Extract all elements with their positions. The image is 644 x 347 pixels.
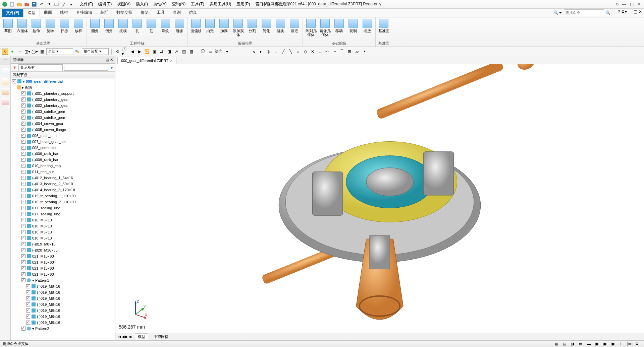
box-select-icon[interactable]: ◫▾	[24, 49, 30, 55]
checkbox-icon[interactable]	[21, 266, 25, 270]
tree-row[interactable]: (-)019_M8×16	[11, 241, 115, 247]
refresh-icon[interactable]: ⟲	[114, 49, 120, 55]
nav-last-icon[interactable]: ⏭	[128, 335, 132, 339]
tree-row[interactable]: ▾ Pattern2	[11, 326, 115, 332]
tree-row[interactable]: (-)009_rack_bar	[11, 151, 115, 157]
history-icon[interactable]: 🕐▾	[122, 49, 128, 55]
remove-icon[interactable]: −	[17, 49, 23, 55]
help-icon[interactable]: ?	[618, 9, 620, 14]
ribbon-button[interactable]: 拉伸	[30, 18, 42, 40]
checkbox-icon[interactable]	[21, 103, 25, 108]
text-icon[interactable]: ▭	[207, 49, 213, 55]
sync-icon[interactable]: ⟲	[614, 2, 620, 7]
ribbon-restore-icon[interactable]: ▢	[634, 9, 637, 14]
tree-row[interactable]: (-)019_M8×16	[11, 314, 115, 320]
checkbox-icon[interactable]	[21, 182, 25, 186]
ribbon-button[interactable]: 扫掠	[58, 18, 70, 40]
nav-first-icon[interactable]: ⏮	[117, 335, 121, 339]
snap-tan-icon[interactable]: ⊥	[317, 49, 323, 55]
checkbox-icon[interactable]	[26, 308, 30, 313]
tree-row[interactable]: ▾ Pattern1	[11, 277, 115, 283]
ribbon-button[interactable]: 加厚	[218, 18, 230, 40]
ribbon-button[interactable]: 缩放	[361, 18, 373, 40]
ribbon-button[interactable]: 草图	[2, 18, 14, 40]
tree-row[interactable]: (-)019_M8×16	[11, 289, 115, 295]
filter-icon[interactable]: 🔻	[12, 65, 17, 70]
funnel-icon[interactable]: ▼	[110, 65, 114, 70]
tree-row[interactable]: 021_M16×60	[11, 265, 115, 271]
nav-prev-icon[interactable]: ◀	[122, 335, 124, 339]
checkbox-icon[interactable]	[21, 128, 25, 132]
new-icon[interactable]	[9, 2, 15, 7]
menu-item[interactable]: 属性(A)	[151, 1, 169, 8]
ribbon-button[interactable]: 六面体	[16, 18, 28, 40]
tree-row[interactable]: (-)005_crown_flange	[11, 127, 115, 133]
checkbox-icon[interactable]	[21, 158, 25, 162]
line-icon[interactable]: ╱	[61, 2, 66, 7]
swap-icon[interactable]: ⇄	[159, 49, 165, 55]
close-icon[interactable]: ✕	[636, 2, 642, 7]
ribbon-tab[interactable]: 曲面	[40, 8, 56, 17]
forward-icon[interactable]: ▶	[137, 49, 143, 55]
tree-row[interactable]: (-)019_M8×16	[11, 307, 115, 314]
checkbox-icon[interactable]	[21, 278, 25, 282]
snap-line2-icon[interactable]: ╲	[287, 49, 293, 55]
ribbon-tab[interactable]: 数据交换	[112, 8, 137, 17]
checkbox-icon[interactable]	[21, 97, 25, 101]
checkbox-icon[interactable]	[12, 79, 16, 83]
sb-unit-icon[interactable]: mm	[627, 342, 633, 346]
redo-icon[interactable]: ↷	[46, 2, 52, 7]
checkbox-icon[interactable]	[21, 327, 25, 331]
tree-row[interactable]: (-)019_M8×16	[11, 301, 115, 307]
document-tab[interactable]: 000_gear_differential.Z3PRT ✕	[117, 57, 176, 64]
ribbon-button[interactable]: 圆角	[89, 18, 101, 40]
ribbon-button[interactable]: 添加实体	[232, 18, 244, 40]
add-tab-icon[interactable]: ＋	[176, 56, 186, 64]
ribbon-tab[interactable]: 工具	[153, 8, 169, 17]
visual-view-icon[interactable]	[2, 78, 9, 85]
sb-icon-7[interactable]: ▣	[603, 342, 609, 346]
back-icon[interactable]: ◀	[129, 49, 135, 55]
ribbon-button[interactable]: 分割	[246, 18, 258, 40]
menu-item[interactable]: 插入(I)	[134, 1, 150, 8]
sb-icon-5[interactable]: ▬	[587, 342, 593, 346]
box2-icon[interactable]: ▦	[188, 49, 194, 55]
menu-item[interactable]: 视图(V)	[115, 1, 132, 8]
snap-int-icon[interactable]: ✕	[310, 49, 316, 55]
ribbon-tab-file[interactable]: 文件(F)	[2, 9, 23, 17]
ribbon-button[interactable]: 阵列几何体	[305, 18, 317, 40]
tree-row[interactable]: (-)019_M8×16	[11, 295, 115, 301]
tree-row[interactable]: 011_end_nut	[11, 169, 115, 175]
ribbon-tab[interactable]: 装配	[96, 8, 112, 17]
tree-row[interactable]: 006_main_part	[11, 133, 115, 139]
tree-row[interactable]: 021_M16×60	[11, 271, 115, 277]
ribbon-button[interactable]: 基准面	[378, 18, 390, 40]
checkbox-icon[interactable]	[26, 284, 30, 288]
sb-icon-2[interactable]: ▤	[563, 342, 569, 346]
tree-row[interactable]: 016_tr_bearing_2_110×30	[11, 199, 115, 205]
save-icon[interactable]	[32, 2, 37, 7]
tree-row[interactable]: 018_M3×10	[11, 217, 115, 223]
tree-row[interactable]: 017_sealing_ring	[11, 205, 115, 211]
checkbox-icon[interactable]	[26, 302, 30, 306]
menu-item[interactable]: 编辑(E)	[96, 1, 114, 8]
checkbox-icon[interactable]	[21, 248, 25, 252]
bottom-tab-model[interactable]: 模型	[135, 333, 148, 340]
tree-row[interactable]: (-)003_satelite_gear	[11, 109, 115, 115]
ribbon-button[interactable]: 放样	[72, 18, 85, 40]
checkbox-icon[interactable]	[21, 146, 25, 150]
snap-quad-icon[interactable]: ◇	[302, 49, 308, 55]
checkbox-icon[interactable]	[26, 296, 30, 300]
minimize-icon[interactable]: —	[621, 2, 627, 7]
tab-close-icon[interactable]: ✕	[170, 59, 173, 63]
ribbon-button[interactable]: 抽壳	[204, 18, 216, 40]
snap-line-icon[interactable]: ╱	[280, 49, 286, 55]
tree-row[interactable]: (-)001_planetary_support	[11, 90, 115, 96]
snap-perp-icon[interactable]: ⟂	[273, 49, 279, 55]
ribbon-button[interactable]: 复制	[347, 18, 359, 40]
snap-pt-icon[interactable]: •	[361, 49, 367, 55]
checkbox-icon[interactable]	[21, 212, 25, 216]
ribbon-button[interactable]: 倒角	[103, 18, 115, 40]
select-all-icon[interactable]: ◨	[166, 49, 172, 55]
sb-icon-9[interactable]: ⊥	[619, 342, 625, 346]
